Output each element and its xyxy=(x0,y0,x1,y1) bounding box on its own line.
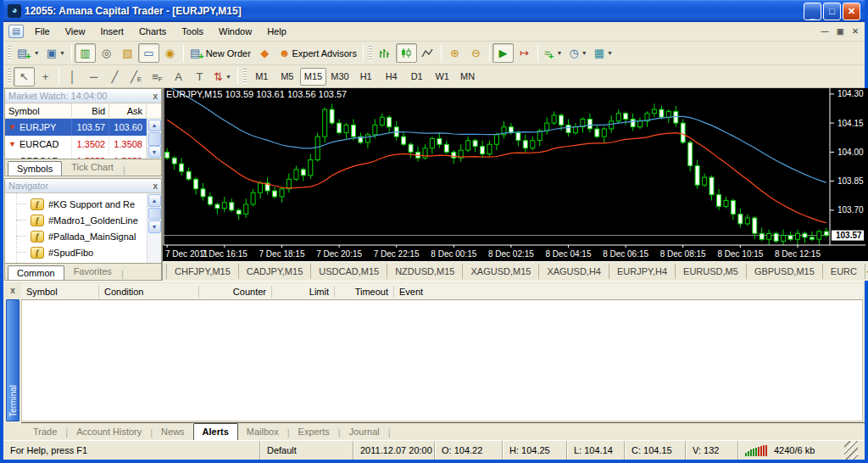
tab-symbols[interactable]: Symbols xyxy=(8,161,62,176)
column-counter[interactable]: Counter xyxy=(199,286,272,298)
new-order-button[interactable]: ▤+New Order xyxy=(186,43,254,63)
zoom-out-button[interactable]: ⊖ xyxy=(465,43,487,63)
toolbar-grip[interactable] xyxy=(243,69,247,84)
column-symbol[interactable]: Symbol xyxy=(5,103,72,118)
timeframe-w1[interactable]: W1 xyxy=(430,68,455,86)
alerts-list[interactable] xyxy=(21,299,863,421)
chart-tab[interactable]: GBPUSD,M15 xyxy=(747,264,823,279)
timeframe-h4[interactable]: H4 xyxy=(379,68,404,86)
column-event[interactable]: Event xyxy=(394,286,863,298)
market-watch-scrollbar[interactable]: ▲ ▼ xyxy=(147,119,161,159)
close-icon[interactable]: x xyxy=(153,181,158,191)
chart-tab[interactable]: XAGUSD,M15 xyxy=(463,264,539,279)
list-item[interactable]: f#SpudFibo xyxy=(5,244,147,260)
candlestick-chart-button[interactable] xyxy=(396,43,417,63)
menu-tools[interactable]: Tools xyxy=(174,24,211,39)
cursor-button[interactable]: ↖ xyxy=(14,67,35,86)
templates-button[interactable]: ▦▼ xyxy=(591,43,616,63)
resize-grip[interactable] xyxy=(844,441,858,460)
maximize-button[interactable]: □ xyxy=(823,3,841,20)
price-chart[interactable]: 104.30104.15104.00103.85103.70103.577 De… xyxy=(163,88,865,261)
market-watch-toggle-button[interactable]: ▥ xyxy=(75,43,96,63)
timeframe-m15[interactable]: M15 xyxy=(300,68,326,86)
column-ask[interactable]: Ask xyxy=(109,103,147,118)
timeframe-mn[interactable]: MN xyxy=(455,68,481,86)
toolbar-grip[interactable] xyxy=(369,46,372,61)
profiles-button[interactable]: ▣▼ xyxy=(43,43,69,63)
toolbar-grip[interactable] xyxy=(8,46,11,61)
tab-alerts[interactable]: Alerts xyxy=(193,423,238,440)
tab-common[interactable]: Common xyxy=(8,265,64,281)
trendline-button[interactable]: ╱ xyxy=(104,67,125,86)
terminal-side-bar[interactable]: Terminal xyxy=(6,299,19,421)
navigator-scrollbar[interactable]: ▲ ▼ xyxy=(147,193,161,263)
close-button[interactable]: ✕ xyxy=(843,3,860,20)
column-condition[interactable]: Condition xyxy=(99,286,199,298)
mdi-minimize-button[interactable]: — xyxy=(817,25,832,38)
tab-experts[interactable]: Experts xyxy=(290,424,338,440)
equidistant-channel-button[interactable]: ╱E xyxy=(125,67,147,86)
chart-tab[interactable]: USDCAD,M15 xyxy=(311,264,387,279)
text-button[interactable]: A xyxy=(168,67,189,86)
fibonacci-button[interactable]: ≡F xyxy=(147,67,168,86)
column-bid[interactable]: Bid xyxy=(72,103,110,118)
tab-journal[interactable]: Journal xyxy=(341,424,388,440)
timeframe-h1[interactable]: H1 xyxy=(353,68,379,86)
tab-account-history[interactable]: Account History xyxy=(68,424,150,440)
menu-help[interactable]: Help xyxy=(259,24,294,39)
arrows-button[interactable]: ⇅▼ xyxy=(210,67,235,86)
timeframe-d1[interactable]: D1 xyxy=(404,68,430,86)
auto-scroll-button[interactable]: ▶ xyxy=(492,43,514,63)
close-icon[interactable]: x xyxy=(153,92,158,101)
list-item[interactable]: f#Madro1_GoldenLine xyxy=(5,212,147,228)
mdi-close-button[interactable]: ✕ xyxy=(848,25,863,38)
strategy-tester-button[interactable]: ◉ xyxy=(159,43,181,63)
chart-tab[interactable]: CHFJPY,M15 xyxy=(166,264,239,279)
terminal-toggle-button[interactable]: ▭ xyxy=(138,43,159,63)
tab-news[interactable]: News xyxy=(153,424,193,440)
expert-advisors-button[interactable]: ☻Expert Advisors xyxy=(275,43,360,63)
vertical-line-button[interactable]: │ xyxy=(62,67,83,86)
table-row[interactable]: ▼GBPCAD 1.5853 1.5859 xyxy=(5,153,147,159)
timeframe-m5[interactable]: M5 xyxy=(275,68,300,86)
scroll-up-icon[interactable]: ▲ xyxy=(148,120,161,131)
tab-favorites[interactable]: Favorites xyxy=(64,264,121,280)
list-item[interactable]: f#Pallada_MainSignal xyxy=(5,228,147,244)
scroll-down-icon[interactable]: ▼ xyxy=(148,220,161,233)
periods-button[interactable]: ◷▼ xyxy=(565,43,590,63)
new-chart-button[interactable]: ▤+▼ xyxy=(14,43,43,63)
horizontal-line-button[interactable]: ─ xyxy=(83,67,104,86)
metaeditor-button[interactable]: ◆ xyxy=(254,43,275,63)
column-timeout[interactable]: Timeout xyxy=(335,286,394,298)
text-label-button[interactable]: T xyxy=(189,67,210,86)
menu-view[interactable]: View xyxy=(58,24,93,39)
column-symbol[interactable]: Symbol xyxy=(21,286,99,298)
crosshair-button[interactable]: + xyxy=(35,67,56,86)
indicators-button[interactable]: ≈+▼ xyxy=(541,43,566,63)
minimize-button[interactable]: _ xyxy=(804,3,821,20)
chart-tab[interactable]: CADJPY,M15 xyxy=(239,264,311,279)
chart-window-icon[interactable]: ▤ xyxy=(8,25,24,38)
scroll-down-icon[interactable]: ▼ xyxy=(148,146,161,158)
chart-tab[interactable]: NZDUSD,M15 xyxy=(387,264,463,279)
toolbar-grip[interactable] xyxy=(8,69,11,84)
mdi-restore-button[interactable]: ▣ xyxy=(832,25,848,38)
tab-trade[interactable]: Trade xyxy=(25,424,65,440)
menu-window[interactable]: Window xyxy=(211,24,259,39)
navigator-toggle-button[interactable]: ▧ xyxy=(117,43,138,63)
chart-shift-button[interactable]: ↦ xyxy=(514,43,535,63)
chart-tab[interactable]: EURC xyxy=(823,264,865,279)
chart-tab[interactable]: EURJPY,H4 xyxy=(609,264,676,279)
chart-tab[interactable]: EURUSD,M5 xyxy=(676,264,747,279)
bar-chart-button[interactable] xyxy=(375,43,396,63)
line-chart-button[interactable] xyxy=(417,43,438,63)
menu-file[interactable]: File xyxy=(27,24,58,39)
scrollbar-thumb[interactable] xyxy=(148,208,161,220)
tab-tick-chart[interactable]: Tick Chart xyxy=(62,159,123,176)
chart-tab[interactable]: XAGUSD,H4 xyxy=(539,264,609,279)
table-row[interactable]: ▼EURCAD 1.3502 1.3508 xyxy=(5,136,147,153)
scroll-up-icon[interactable]: ▲ xyxy=(148,194,161,207)
tab-mailbox[interactable]: Mailbox xyxy=(238,424,287,440)
close-icon[interactable]: x xyxy=(7,284,19,296)
menu-charts[interactable]: Charts xyxy=(131,24,174,39)
